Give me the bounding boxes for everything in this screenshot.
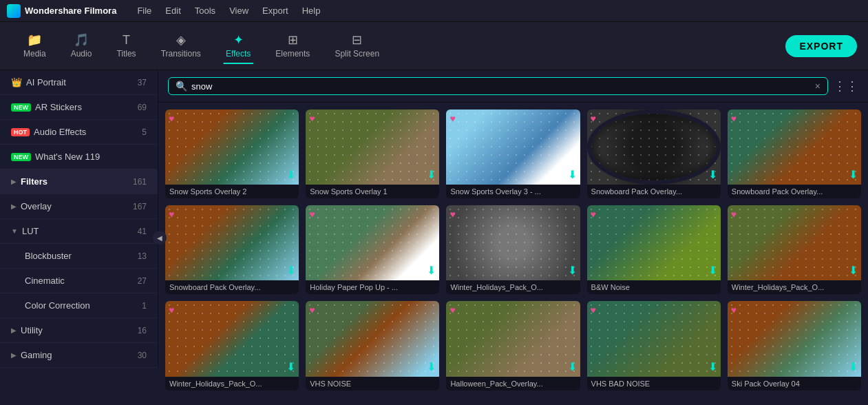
card-label: Winter_Holidays_Pack_O...: [728, 280, 861, 294]
grid-card-10[interactable]: ♥⬇Winter_Holidays_Pack_O...: [728, 205, 861, 294]
card-label: Winter_Holidays_Pack_O...: [446, 280, 580, 294]
menu-view[interactable]: View: [222, 0, 255, 22]
toolbar-audio[interactable]: 🎵 Audio: [59, 30, 105, 63]
grid-view-icon[interactable]: ⋮⋮: [834, 79, 858, 94]
toolbar-transitions[interactable]: ◈ Transitions: [149, 30, 213, 63]
card-label: Snowboard Pack Overlay...: [587, 185, 721, 198]
download-icon[interactable]: ⬇: [568, 264, 577, 277]
sidebar-item-cinematic[interactable]: Cinematic 27: [0, 269, 158, 293]
download-icon[interactable]: ⬇: [286, 168, 295, 181]
favorite-icon: ♥: [309, 209, 315, 220]
new-badge-2: NEW: [11, 153, 31, 161]
grid-card-8[interactable]: ♥⬇Winter_Holidays_Pack_O...: [446, 205, 580, 294]
download-icon[interactable]: ⬇: [286, 264, 295, 277]
grid-card-7[interactable]: ♥⬇Holiday Paper Pop Up - ...: [306, 205, 439, 294]
grid-card-5[interactable]: ♥⬇Snowboard Pack Overlay...: [728, 110, 861, 198]
sidebar-item-color-correction[interactable]: Color Correction 1: [0, 293, 158, 318]
collapse-icon-4: ▶: [11, 351, 17, 359]
menu-tools[interactable]: Tools: [188, 0, 222, 22]
sidebar-item-whats-new[interactable]: NEW What's New 119: [0, 145, 158, 169]
toolbar-effects[interactable]: ✦ Effects: [213, 30, 263, 63]
search-input-wrap: 🔍 ×: [168, 77, 828, 95]
card-label: VHS NOISE: [306, 377, 439, 391]
toolbar-titles[interactable]: T Titles: [104, 30, 148, 63]
card-label: VHS BAD NOISE: [587, 377, 721, 391]
menu-export[interactable]: Export: [255, 0, 295, 22]
sidebar-item-filters[interactable]: ▶ Filters 161: [0, 169, 158, 194]
card-thumbnail: ♥⬇: [306, 205, 439, 280]
download-icon[interactable]: ⬇: [849, 168, 858, 181]
card-label: Snow Sports Overlay 1: [306, 185, 439, 198]
download-icon[interactable]: ⬇: [849, 360, 858, 373]
toolbar-media[interactable]: 📁 Media: [11, 30, 59, 63]
favorite-icon: ♥: [731, 209, 737, 220]
grid-card-4[interactable]: ♥⬇Snowboard Pack Overlay...: [587, 110, 721, 198]
card-thumbnail: ♥⬇: [728, 110, 861, 185]
sidebar-item-lut[interactable]: ▼ LUT 41: [0, 219, 158, 244]
collapse-icon: ▶: [11, 178, 17, 185]
grid-card-1[interactable]: ♥⬇Snow Sports Overlay 2: [165, 110, 299, 198]
sidebar: 👑 AI Portrait 37 NEW AR Stickers 69 HOT …: [0, 70, 158, 368]
toolbar-elements[interactable]: ⊞ Elements: [263, 30, 322, 63]
card-thumbnail: ♥⬇: [165, 205, 299, 280]
grid-card-13[interactable]: ♥⬇Halloween_Pack_Overlay...: [446, 301, 580, 390]
favorite-icon: ♥: [591, 113, 596, 124]
grid-card-14[interactable]: ♥⬇VHS BAD NOISE: [587, 301, 721, 390]
search-clear-button[interactable]: ×: [815, 81, 821, 92]
download-icon[interactable]: ⬇: [708, 264, 717, 277]
card-thumbnail: ♥⬇: [165, 301, 299, 376]
card-thumbnail: ♥⬇: [728, 301, 861, 376]
card-thumbnail: ♥⬇: [587, 301, 721, 376]
download-icon[interactable]: ⬇: [708, 360, 717, 373]
download-icon[interactable]: ⬇: [568, 360, 577, 373]
grid-card-11[interactable]: ♥⬇Winter_Holidays_Pack_O...: [165, 301, 299, 390]
app-logo: Wondershare Filmora: [7, 4, 116, 18]
download-icon[interactable]: ⬇: [286, 360, 295, 373]
grid-card-12[interactable]: ♥⬇VHS NOISE: [306, 301, 439, 390]
sidebar-item-ai-portrait[interactable]: 👑 AI Portrait 37: [0, 70, 158, 95]
new-badge: NEW: [11, 103, 31, 112]
card-thumbnail: ♥⬇: [165, 110, 299, 185]
grid-card-2[interactable]: ♥⬇Snow Sports Overlay 1: [306, 110, 439, 198]
sidebar-item-gaming[interactable]: ▶ Gaming 30: [0, 343, 158, 368]
menu-edit[interactable]: Edit: [158, 0, 187, 22]
card-label: Holiday Paper Pop Up - ...: [306, 280, 439, 294]
sidebar-item-utility[interactable]: ▶ Utility 16: [0, 318, 158, 343]
card-thumbnail: ♥⬇: [446, 205, 580, 280]
elements-icon: ⊞: [288, 34, 298, 46]
toolbar: 📁 Media 🎵 Audio T Titles ◈ Transitions ✦…: [0, 22, 868, 70]
download-icon[interactable]: ⬇: [427, 168, 436, 181]
grid-card-6[interactable]: ♥⬇Snowboard Pack Overlay...: [165, 205, 299, 294]
search-bar: 🔍 × ⋮⋮: [158, 70, 868, 103]
sidebar-collapse-button[interactable]: ◀: [153, 231, 167, 245]
download-icon[interactable]: ⬇: [427, 360, 436, 373]
card-label: B&W Noise: [587, 280, 721, 294]
download-icon[interactable]: ⬇: [568, 168, 577, 181]
card-thumbnail: ♥⬇: [306, 301, 439, 376]
favorite-icon: ♥: [309, 304, 315, 315]
download-icon[interactable]: ⬇: [427, 264, 436, 277]
card-label: Ski Pack Overlay 04: [728, 377, 861, 391]
sidebar-item-ar-stickers[interactable]: NEW AR Stickers 69: [0, 95, 158, 120]
card-thumbnail: ♥⬇: [306, 110, 439, 185]
sidebar-item-overlay[interactable]: ▶ Overlay 167: [0, 194, 158, 219]
expand-icon-lut: ▼: [11, 227, 18, 235]
sidebar-item-audio-effects[interactable]: HOT Audio Effects 5: [0, 120, 158, 145]
card-thumbnail: ♥⬇: [587, 110, 721, 185]
hot-badge: HOT: [11, 128, 30, 136]
favorite-icon: ♥: [449, 113, 455, 124]
favorite-icon: ♥: [169, 209, 174, 220]
main-area: 👑 AI Portrait 37 NEW AR Stickers 69 HOT …: [0, 70, 868, 405]
download-icon[interactable]: ⬇: [708, 168, 717, 181]
card-label: Snowboard Pack Overlay...: [728, 185, 861, 198]
search-input[interactable]: [191, 81, 811, 92]
sidebar-item-blockbuster[interactable]: Blockbuster 13: [0, 244, 158, 269]
toolbar-split-screen[interactable]: ⊟ Split Screen: [322, 30, 392, 63]
menu-file[interactable]: File: [130, 0, 158, 22]
export-button[interactable]: EXPORT: [785, 35, 857, 57]
grid-card-3[interactable]: ♥⬇Snow Sports Overlay 3 - ...: [446, 110, 580, 198]
grid-card-9[interactable]: ♥⬇B&W Noise: [587, 205, 721, 294]
menu-help[interactable]: Help: [295, 0, 328, 22]
grid-card-15[interactable]: ♥⬇Ski Pack Overlay 04: [728, 301, 861, 390]
download-icon[interactable]: ⬇: [849, 264, 858, 277]
